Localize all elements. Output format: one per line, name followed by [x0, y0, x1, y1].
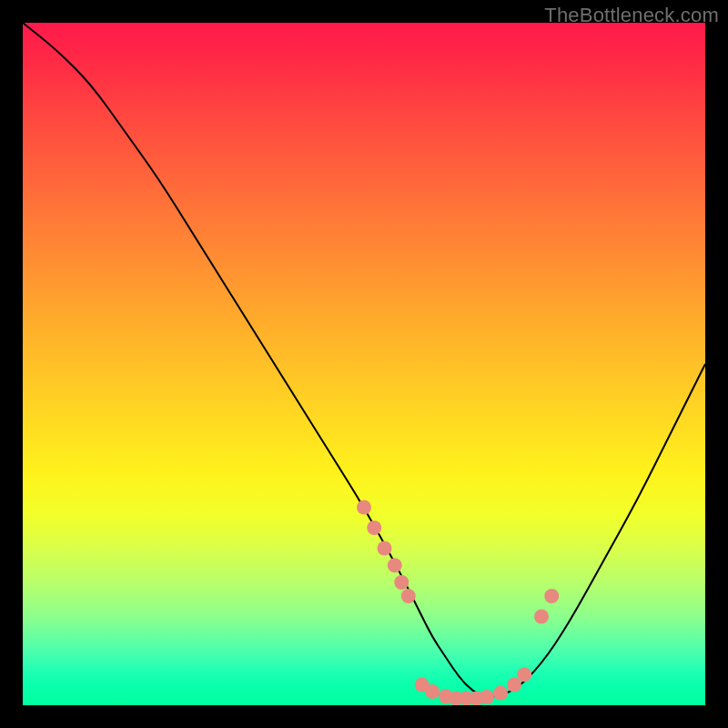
- chart-svg: [23, 23, 705, 705]
- data-point: [480, 690, 494, 704]
- data-point: [544, 589, 559, 603]
- data-point: [534, 610, 549, 624]
- bottleneck-curve: [23, 23, 705, 697]
- data-point: [378, 541, 392, 556]
- outer-frame: TheBottleneck.com: [0, 0, 728, 728]
- watermark-text: TheBottleneck.com: [544, 4, 719, 27]
- data-point: [493, 686, 508, 701]
- data-point: [394, 575, 409, 590]
- data-point: [401, 589, 416, 603]
- data-point: [367, 521, 381, 535]
- data-point: [517, 667, 531, 682]
- plot-area: [23, 23, 705, 705]
- data-point: [357, 500, 371, 515]
- data-point: [388, 558, 402, 572]
- data-point: [425, 684, 440, 699]
